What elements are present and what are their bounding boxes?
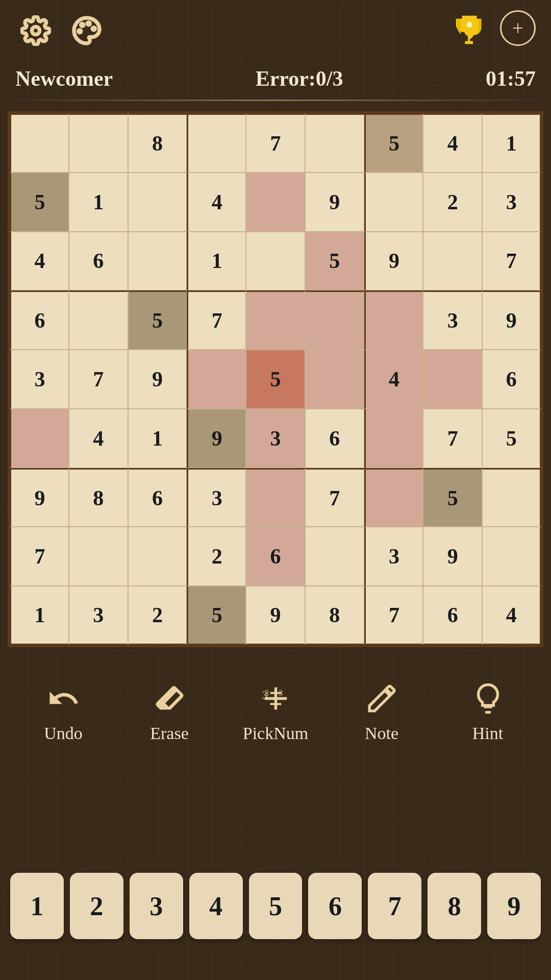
cell[interactable] [69,113,128,173]
cell[interactable]: 6 [128,468,187,527]
cell[interactable]: 6 [423,586,482,645]
cell[interactable]: 8 [128,113,187,173]
cell[interactable] [364,290,423,350]
cell[interactable] [246,468,305,527]
cell[interactable] [423,350,482,409]
cell[interactable] [364,173,423,232]
cell[interactable] [246,232,305,291]
cell[interactable]: 9 [246,586,305,645]
cell[interactable]: 2 [423,173,482,232]
cell[interactable]: 2 [128,586,187,645]
hint-button[interactable]: Hint [452,678,523,743]
cell[interactable] [128,527,187,586]
trophy-button[interactable] [449,10,490,51]
cell[interactable]: 3 [364,527,423,586]
cell[interactable]: 5 [246,350,305,409]
cell[interactable]: 7 [69,350,128,409]
settings-button[interactable] [15,10,56,51]
cell[interactable] [364,409,423,468]
cell[interactable]: 9 [482,290,541,350]
numkey-7[interactable]: 7 [368,873,421,939]
cell[interactable]: 3 [482,173,541,232]
cell[interactable] [69,290,128,350]
numkey-5[interactable]: 5 [249,873,303,939]
cell[interactable] [187,350,246,409]
numkey-3[interactable]: 3 [130,873,183,939]
cell[interactable]: 5 [364,113,423,173]
cell[interactable]: 6 [10,290,69,350]
cell[interactable] [423,232,482,291]
cell[interactable]: 9 [305,173,364,232]
cell[interactable]: 4 [69,409,128,468]
cell[interactable]: 5 [423,468,482,527]
cell[interactable]: 6 [246,527,305,586]
cell[interactable]: 3 [423,290,482,350]
plus-button[interactable]: + [500,10,536,46]
cell[interactable]: 4 [187,173,246,232]
cell[interactable]: 6 [305,409,364,468]
error-counter: Error:0/3 [256,66,343,91]
cell[interactable] [305,113,364,173]
cell[interactable]: 7 [10,527,69,586]
undo-button[interactable]: Undo [28,678,99,743]
cell[interactable]: 4 [423,113,482,173]
cell[interactable]: 7 [187,290,246,350]
cell[interactable]: 8 [69,468,128,527]
cell[interactable] [305,350,364,409]
cell[interactable]: 9 [423,527,482,586]
cell[interactable]: 7 [246,113,305,173]
cell[interactable]: 5 [10,173,69,232]
cell[interactable]: 7 [482,232,541,291]
cell[interactable] [128,173,187,232]
cell[interactable] [10,409,69,468]
cell[interactable]: 9 [128,350,187,409]
picknum-button[interactable]: 3 3 3 PickNum [240,678,311,743]
numkey-8[interactable]: 8 [428,873,481,939]
note-button[interactable]: Note [346,678,417,743]
numkey-9[interactable]: 9 [487,873,541,939]
cell[interactable]: 1 [128,409,187,468]
cell[interactable]: 1 [187,232,246,291]
cell[interactable]: 9 [364,232,423,291]
cell[interactable]: 3 [246,409,305,468]
cell[interactable]: 6 [69,232,128,291]
cell[interactable]: 4 [364,350,423,409]
numkey-2[interactable]: 2 [70,873,123,939]
cell[interactable] [305,527,364,586]
cell[interactable] [246,290,305,350]
cell[interactable] [364,468,423,527]
cell[interactable]: 1 [69,173,128,232]
cell[interactable] [482,468,541,527]
cell[interactable]: 5 [482,409,541,468]
cell[interactable]: 6 [482,350,541,409]
cell[interactable]: 3 [10,350,69,409]
cell[interactable] [482,527,541,586]
cell[interactable]: 3 [187,468,246,527]
cell[interactable] [128,232,187,291]
cell[interactable]: 5 [128,290,187,350]
cell[interactable]: 4 [482,586,541,645]
cell[interactable]: 9 [10,468,69,527]
palette-button[interactable] [66,10,107,51]
cell[interactable]: 2 [187,527,246,586]
cell[interactable] [69,527,128,586]
cell[interactable] [246,173,305,232]
cell[interactable]: 4 [10,232,69,291]
cell[interactable] [187,113,246,173]
numkey-4[interactable]: 4 [189,873,243,939]
cell[interactable]: 7 [364,586,423,645]
cell[interactable]: 3 [69,586,128,645]
cell[interactable]: 7 [423,409,482,468]
erase-button[interactable]: Erase [134,678,205,743]
cell[interactable]: 1 [482,113,541,173]
cell[interactable]: 7 [305,468,364,527]
cell[interactable]: 8 [305,586,364,645]
cell[interactable]: 5 [305,232,364,291]
cell[interactable]: 9 [187,409,246,468]
numkey-6[interactable]: 6 [308,873,362,939]
cell[interactable]: 1 [10,586,69,645]
cell[interactable] [10,113,69,173]
numkey-1[interactable]: 1 [10,873,64,939]
cell[interactable] [305,290,364,350]
cell[interactable]: 5 [187,586,246,645]
